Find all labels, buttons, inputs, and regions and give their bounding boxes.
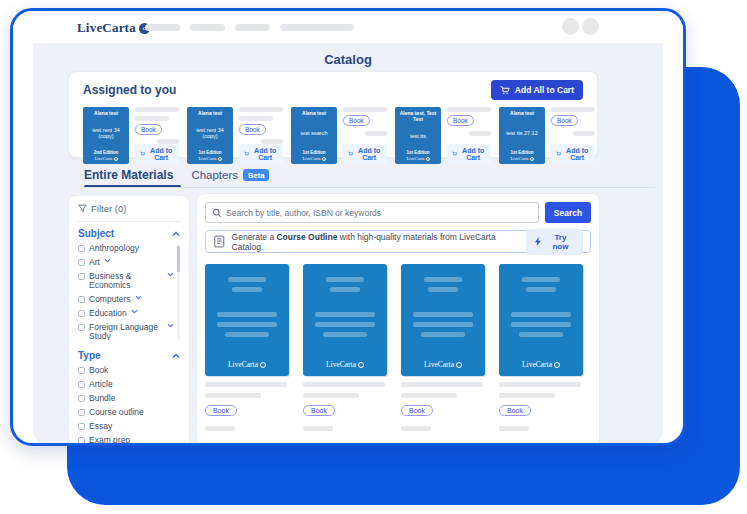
chevron-down-icon[interactable]: [167, 272, 174, 277]
brand-circle-icon: [554, 362, 560, 368]
text-placeholder: [551, 107, 595, 112]
header-circle-button[interactable]: [562, 18, 579, 35]
book-cover[interactable]: LiveCarta: [205, 264, 289, 376]
checkbox[interactable]: [78, 423, 85, 430]
assigned-card[interactable]: Alena test test search 1st Edition LiveC…: [291, 107, 387, 164]
filter-sidebar: Filter (0) Subject Anthropology Art Busi…: [68, 195, 190, 444]
type-checkbox-bundle[interactable]: Bundle: [78, 394, 180, 403]
page: LiveCarta c Catalog Assigned to you: [0, 0, 747, 514]
type-checkbox-course-outline[interactable]: Course outline: [78, 408, 180, 417]
type-checkbox-article[interactable]: Article: [78, 380, 180, 389]
cover-brand: LiveCarta: [303, 156, 326, 161]
text-placeholder: [365, 131, 387, 136]
checkbox[interactable]: [78, 437, 85, 444]
catalog-book-card[interactable]: LiveCarta Book: [205, 264, 289, 435]
assigned-card[interactable]: Alena test test rent 34 (copy) 2nd Editi…: [83, 107, 179, 164]
text-placeholder: [469, 131, 491, 136]
catalog-book-card[interactable]: LiveCarta Book: [303, 264, 387, 435]
checkbox[interactable]: [78, 409, 85, 416]
checkbox[interactable]: [78, 259, 85, 266]
cover-brand: LiveCarta: [407, 156, 430, 161]
subject-list: Anthropology Art Business & Economics Co…: [78, 244, 180, 340]
subject-checkbox-anthropology[interactable]: Anthropology: [78, 244, 174, 253]
brand-logo[interactable]: LiveCarta c: [77, 20, 150, 36]
checkbox[interactable]: [78, 381, 85, 388]
checkbox[interactable]: [78, 367, 85, 374]
cart-icon: [348, 150, 353, 158]
assigned-card[interactable]: Alena test test tts 27.12 1st Edition Li…: [499, 107, 595, 164]
book-cover: Alena test test tts 27.12 1st Edition Li…: [499, 107, 545, 164]
text-placeholder: [343, 107, 387, 112]
add-all-to-cart-button[interactable]: Add All to Cart: [491, 80, 583, 100]
book-type-badge: Book: [447, 115, 474, 126]
add-to-cart-button[interactable]: Add to Cart: [239, 144, 283, 164]
course-outline-banner: Generate a Course Outline with high-qual…: [205, 230, 591, 253]
subject-section-header[interactable]: Subject: [78, 228, 180, 239]
chevron-down-icon[interactable]: [135, 295, 142, 300]
subject-checkbox-education[interactable]: Education: [78, 309, 174, 318]
page-title: Catalog: [33, 52, 663, 67]
book-type-badge: Book: [303, 405, 335, 416]
add-to-cart-button[interactable]: Add to Cart: [551, 144, 595, 164]
banner-text: Generate a Course Outline with high-qual…: [232, 232, 521, 252]
text-placeholder: [401, 382, 483, 387]
chevron-down-icon[interactable]: [167, 323, 174, 328]
type-checkbox-exam-prep[interactable]: Exam prep: [78, 436, 180, 444]
assigned-card[interactable]: Alena test test rent 34 (copy) 1st Editi…: [187, 107, 283, 164]
scrollbar-track[interactable]: [177, 244, 180, 340]
search-button[interactable]: Search: [545, 202, 591, 223]
search-input[interactable]: [226, 208, 532, 218]
book-type-badge: Book: [135, 124, 162, 135]
try-now-button[interactable]: Try now: [526, 229, 583, 255]
chevron-down-icon[interactable]: [131, 309, 138, 314]
checkbox[interactable]: [78, 310, 85, 317]
book-cover[interactable]: LiveCarta: [401, 264, 485, 376]
add-to-cart-button[interactable]: Add to Cart: [343, 144, 387, 164]
checkbox[interactable]: [78, 324, 85, 331]
tab-entire-materials[interactable]: Entire Materials: [84, 168, 173, 182]
book-cover[interactable]: LiveCarta: [499, 264, 583, 376]
app-window: LiveCarta c Catalog Assigned to you: [10, 8, 686, 446]
nav-placeholder[interactable]: [280, 24, 354, 31]
checkbox[interactable]: [78, 395, 85, 402]
nav-placeholder[interactable]: [145, 24, 180, 31]
assigned-card[interactable]: Alena test, Test Test test tts 1st Editi…: [395, 107, 491, 164]
type-checkbox-book[interactable]: Book: [78, 366, 180, 375]
brand-logo-text: LiveCarta: [77, 20, 136, 36]
subject-checkbox-art[interactable]: Art: [78, 258, 174, 267]
subject-checkbox-foreign-language-study[interactable]: Foreign Language Study: [78, 323, 174, 340]
checkbox[interactable]: [78, 245, 85, 252]
nav-placeholder[interactable]: [235, 24, 270, 31]
checkbox[interactable]: [78, 273, 85, 280]
filter-toggle[interactable]: Filter (0): [78, 203, 180, 214]
tab-divider: [84, 187, 655, 188]
cart-icon: [500, 86, 510, 95]
type-list: Book Article Bundle Course outline Essay…: [78, 366, 180, 444]
nav-placeholder[interactable]: [190, 24, 225, 31]
tab-chapters[interactable]: Chapters Beta: [191, 169, 269, 181]
text-placeholder: [135, 116, 169, 121]
book-cover[interactable]: LiveCarta: [303, 264, 387, 376]
brand-circle-icon: [260, 362, 266, 368]
subject-checkbox-computers[interactable]: Computers: [78, 295, 174, 304]
add-to-cart-button[interactable]: Add to Cart: [135, 144, 179, 164]
text-placeholder: [499, 393, 555, 398]
cover-brand: LiveCarta: [303, 360, 387, 369]
text-placeholder: [499, 382, 581, 387]
header-circle-button[interactable]: [582, 18, 599, 35]
checkbox[interactable]: [78, 296, 85, 303]
book-type-badge: Book: [401, 405, 433, 416]
add-to-cart-button[interactable]: Add to Cart: [447, 144, 491, 164]
subject-checkbox-business-economics[interactable]: Business & Economics: [78, 272, 174, 290]
cart-icon: [452, 150, 457, 158]
text-placeholder: [401, 426, 431, 431]
catalog-book-card[interactable]: LiveCarta Book: [499, 264, 583, 435]
cart-icon: [140, 150, 145, 158]
type-section-header[interactable]: Type: [78, 350, 180, 361]
book-type-badge: Book: [551, 115, 578, 126]
scrollbar-thumb[interactable]: [177, 246, 180, 272]
catalog-book-card[interactable]: LiveCarta Book: [401, 264, 485, 435]
type-checkbox-essay[interactable]: Essay: [78, 422, 180, 431]
text-placeholder: [239, 116, 273, 121]
chevron-down-icon[interactable]: [104, 258, 111, 263]
